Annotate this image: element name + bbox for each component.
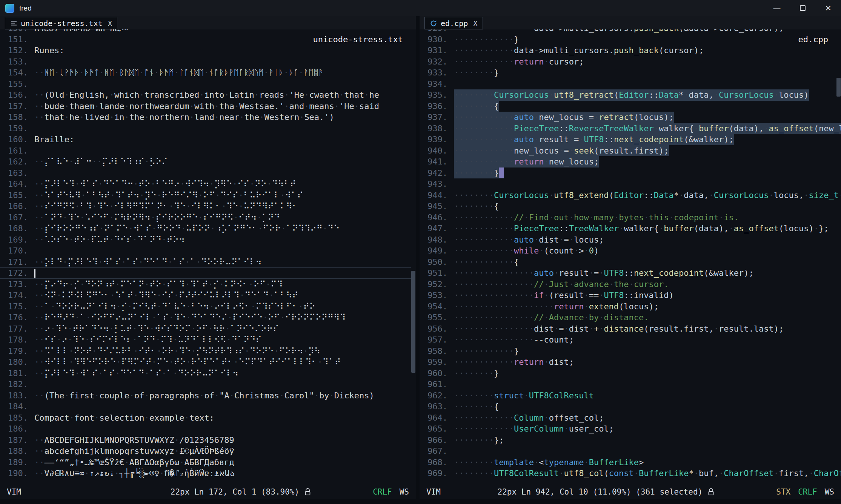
code-line[interactable]: 179.··⠩⠁⠇⠇·⠝⠕⠞·⠙⠊⠌⠥⠗⠃·⠊⠞⠂·⠕⠗·⠹⠑·⡊⠳⠝⠞⠗⠹⠰⠎… — [0, 346, 411, 357]
code-line[interactable]: 943. — [420, 178, 836, 190]
code-line[interactable]: 937.············auto·new_locus·=·retract… — [420, 112, 836, 123]
code-line[interactable]: 164.··⡍⠜⠇⠑⠹·⠺⠁⠎·⠙⠑⠁⠙⠒·⠞⠕·⠃⠑⠛⠔·⠺⠊⠹⠲·⡹⠻⠑·⠊… — [0, 178, 411, 190]
right-whitespace-indicator[interactable]: WS — [825, 487, 834, 496]
left-vertical-scrollbar[interactable] — [411, 29, 416, 485]
close-button[interactable]: ✕ — [815, 0, 841, 16]
code-line[interactable]: 188.··abcdefghijklmnopqrstuvwxyz·£©µÀÆÖÞ… — [0, 446, 411, 457]
code-line[interactable]: 163. — [0, 167, 411, 179]
code-line[interactable]: 942.········} — [420, 167, 836, 179]
right-eol-indicator[interactable]: CRLF — [798, 487, 817, 496]
code-line[interactable]: 955.················//·Advance·by·distan… — [420, 312, 836, 323]
code-line[interactable]: 170. — [0, 245, 411, 257]
code-line[interactable]: 168.··⡎⠊⠗⠕⠕⠛⠑⠰⠎·⠝⠁⠍⠑·⠺⠁⠎·⠛⠕⠕⠙·⠥⠏⠕⠝·⠰⡡⠁⠝⠛… — [0, 223, 411, 234]
code-line[interactable]: 951.················auto·result·=·UTF8::… — [420, 267, 836, 279]
tab-close-icon[interactable]: X — [108, 19, 112, 28]
code-line[interactable]: 154.··ᚻᛖ·ᚳᚹᚫᚦ·ᚦᚫᛏ·ᚻᛖ·ᛒᚢᛞᛖ·ᚩᚾ·ᚦᚫᛗ·ᛚᚪᚾᛞᛖ·ᚾ… — [0, 67, 411, 78]
code-line[interactable]: 186. — [0, 423, 411, 435]
code-line[interactable]: 963.········{ — [420, 401, 836, 412]
code-line[interactable]: 929.················data->multi_cursors.… — [420, 29, 836, 34]
code-line[interactable]: 172. — [0, 267, 411, 279]
code-line[interactable]: 958.············} — [420, 346, 836, 357]
code-line[interactable]: 161. — [0, 145, 411, 157]
code-line[interactable]: 966.········}; — [420, 435, 836, 446]
code-line[interactable]: 159. — [0, 123, 411, 134]
code-line[interactable]: 162.··⡌⠁⠧⠑·⠼⠁⠒··⡍⠜⠇⠑⠹⠰⠎·⡣⠕⠌ — [0, 156, 411, 167]
code-line[interactable]: 189.··–—‘“”„†•…‰™œŠŸž€·ΑΒΓΔΩαβγδω·АБВГДа… — [0, 457, 411, 468]
code-line[interactable]: 932.············return·cursor; — [420, 56, 836, 68]
code-line[interactable]: 946.············//·Find·out·how·many·byt… — [420, 212, 836, 223]
code-line[interactable]: 952.················//·Just·advance·the·… — [420, 279, 836, 290]
code-line[interactable]: 165.··⠱⠁⠞⠑⠧⠻·⠁⠃⠳⠞·⠹⠁⠞⠲·⡹⠑·⠗⠑⠛⠊⠌⠻·⠕⠋·⠙⠊⠎·… — [0, 190, 411, 201]
code-line[interactable]: 183.··(The·first·couple·of·paragraphs·of… — [0, 390, 411, 401]
code-line[interactable]: 954.····················return·extend(lo… — [420, 301, 836, 312]
code-line[interactable]: 949.············while·(count·>·0) — [420, 245, 836, 257]
left-lock-icon[interactable] — [304, 488, 311, 496]
code-line[interactable]: 941.············return·new_locus; — [420, 156, 836, 167]
code-line[interactable]: 935.········CursorLocus·utf8_retract(Edi… — [420, 89, 836, 101]
code-line[interactable]: 939.············auto·result·=·UTF8::next… — [420, 134, 836, 145]
code-line[interactable]: 181.··⡍⠜⠇⠑⠹·⠺⠁⠎·⠁⠎·⠙⠑⠁⠙·⠁⠎·⠁·⠙⠕⠕⠗⠤⠝⠁⠊⠇⠲ — [0, 368, 411, 379]
right-horizontal-scrollbar[interactable] — [420, 499, 841, 504]
code-line[interactable]: 957.················--count; — [420, 334, 836, 346]
code-line[interactable]: 962.········struct·UTF8ColResult — [420, 390, 836, 401]
pane-divider[interactable] — [416, 16, 420, 504]
code-line[interactable]: 944.········CursorLocus·utf8_extend(Edit… — [420, 190, 836, 201]
code-line[interactable]: 153. — [0, 56, 411, 68]
code-line[interactable]: 959.············return·dist; — [420, 356, 836, 368]
left-editor-area[interactable]: 150.እግርህን·በፍራሽህ·ልክ·ዘርጋ።151.152.Runes:153… — [0, 29, 416, 485]
code-line[interactable]: 956.················dist·=·dist·+·distan… — [420, 323, 836, 335]
code-line[interactable]: 156.··(Old·English,·which·transcribed·in… — [0, 89, 411, 101]
code-line[interactable]: 950.············{ — [420, 257, 836, 268]
left-eol-indicator[interactable]: CRLF — [373, 487, 392, 496]
code-line[interactable]: 180.··⠺⠊⠇⠇·⠹⠻⠑⠋⠕⠗⠑·⠏⠻⠍⠊⠞·⠍⠑·⠞⠕·⠗⠑⠏⠑⠁⠞⠂·⠑… — [0, 356, 411, 368]
encoding-indicator[interactable]: STX — [776, 487, 790, 496]
code-line[interactable]: 938.············PieceTree::ReverseTreeWa… — [420, 123, 836, 134]
code-line[interactable]: 187.··ABCDEFGHIJKLMNOPQRSTUVWXYZ·/012345… — [0, 435, 411, 446]
code-line[interactable]: 184. — [0, 401, 411, 412]
tab-unicode-stress-txt[interactable]: unicode-stress.txt X — [5, 17, 117, 29]
code-line[interactable]: 178.··⠊⠎·⠔·⠹⠑·⠎⠊⠍⠊⠇⠑⠆·⠁⠝⠙·⠍⠹·⠥⠝⠙⠁⠇⠇⠪⠫·⠙⠁… — [0, 334, 411, 346]
right-lock-icon[interactable] — [708, 488, 714, 496]
right-editor-area[interactable]: 929.················data->multi_cursors.… — [420, 29, 841, 485]
code-line[interactable]: 160.Braille: — [0, 134, 411, 145]
tab-ed-cpp[interactable]: ed.cpp X — [424, 17, 483, 29]
code-line[interactable]: 190.··∀∂∈ℝ∧∪≡∞·↑↗↨↻⇣·┐┼╔╘░►☺♀·ﬁ�⑀₂ἠḂӥẄɐː… — [0, 468, 411, 479]
code-line[interactable]: 173.··⡍⠔⠙⠖·⡊·⠙⠕⠝⠰⠞·⠍⠑⠁⠝·⠞⠕·⠎⠁⠹·⠹⠁⠞·⡊·⠅⠝⠪… — [0, 279, 411, 290]
left-whitespace-indicator[interactable]: WS — [400, 487, 409, 496]
code-line[interactable]: 969.········UTF8ColResult·utf8_col(const… — [420, 468, 836, 479]
code-line[interactable]: 167.··⠁⠝⠙·⠹⠑·⠡⠊⠑⠋·⠍⠳⠗⠝⠻⠲·⡎⠊⠗⠕⠕⠛⠑·⠎⠊⠛⠝⠫·⠊… — [0, 212, 411, 223]
code-line[interactable]: 177.··⠔·⠹⠑·⠞⠗⠁⠙⠑⠲·⡃⠥⠞·⠹⠑·⠺⠊⠎⠙⠕⠍·⠕⠋·⠳⠗·⠁⠝… — [0, 323, 411, 335]
code-line[interactable]: 953.················if·(result·==·UTF8::… — [420, 290, 836, 301]
code-line[interactable]: 152.Runes: — [0, 45, 411, 56]
code-line[interactable]: 171.··⡕⠇⠙·⡍⠜⠇⠑⠹·⠺⠁⠎·⠁⠎·⠙⠑⠁⠙·⠁⠎·⠁·⠙⠕⠕⠗⠤⠝⠁… — [0, 257, 411, 268]
code-line[interactable]: 158.··that·he·lived·in·the·northern·land… — [0, 112, 411, 123]
code-line[interactable]: 182. — [0, 379, 411, 390]
code-line[interactable]: 157.··bude·thaem·lande·northweardum·with… — [0, 101, 411, 112]
code-line[interactable]: 166.··⠎⠊⠛⠝⠫·⠃⠹·⠹⠑·⠊⠇⠻⠛⠹⠍⠁⠝⠂·⠹⠑·⠊⠇⠻⠅⠂·⠹⠑·… — [0, 201, 411, 212]
code-line[interactable]: 936.········{ — [420, 101, 836, 112]
code-line[interactable]: 948.············auto·dist·=·locus; — [420, 234, 836, 246]
code-line[interactable]: 934. — [420, 78, 836, 90]
maximize-button[interactable] — [790, 0, 815, 16]
code-line[interactable]: 933.········} — [420, 67, 836, 78]
code-line[interactable]: 965.············UserColumn·user_col; — [420, 423, 836, 435]
code-line[interactable]: 155. — [0, 78, 411, 90]
code-line[interactable]: 961. — [420, 379, 836, 390]
code-line[interactable]: 185.Compact·font·selection·example·text: — [0, 412, 411, 424]
code-line[interactable]: 960.········} — [420, 368, 836, 379]
code-line[interactable]: 175.··⠁·⠙⠕⠕⠗⠤⠝⠁⠊⠇⠲·⡊·⠍⠊⠣⠞·⠙⠁⠧⠑·⠃⠑⠲·⠔⠊⠇⠔⠫… — [0, 301, 411, 312]
code-line[interactable]: 968.········template·<typename·BufferLik… — [420, 457, 836, 468]
code-line[interactable]: 940.············new_locus·=·seek(result.… — [420, 145, 836, 157]
right-scrollbar-thumb[interactable] — [836, 78, 841, 97]
code-line[interactable]: 174.··⠪⠝·⠅⠝⠪⠇⠫⠛⠑⠂·⠱⠁⠞·⠹⠻⠑·⠊⠎·⠏⠜⠞⠊⠊⠥⠇⠜⠇⠹·… — [0, 290, 411, 301]
right-vertical-scrollbar[interactable] — [836, 29, 841, 485]
code-line[interactable]: 945.········{ — [420, 201, 836, 212]
code-line[interactable]: 931.············data->multi_cursors.push… — [420, 45, 836, 56]
code-line[interactable]: 964.············Column·offset_col; — [420, 412, 836, 424]
code-line[interactable]: 930.············} — [420, 34, 836, 45]
tab-close-icon[interactable]: X — [473, 19, 477, 28]
code-line[interactable]: 967. — [420, 446, 836, 457]
left-horizontal-scrollbar[interactable] — [0, 499, 416, 504]
left-scrollbar-thumb[interactable] — [411, 271, 415, 373]
code-line[interactable]: 150.እግርህን·በፍራሽህ·ልክ·ዘርጋ። — [0, 29, 411, 34]
